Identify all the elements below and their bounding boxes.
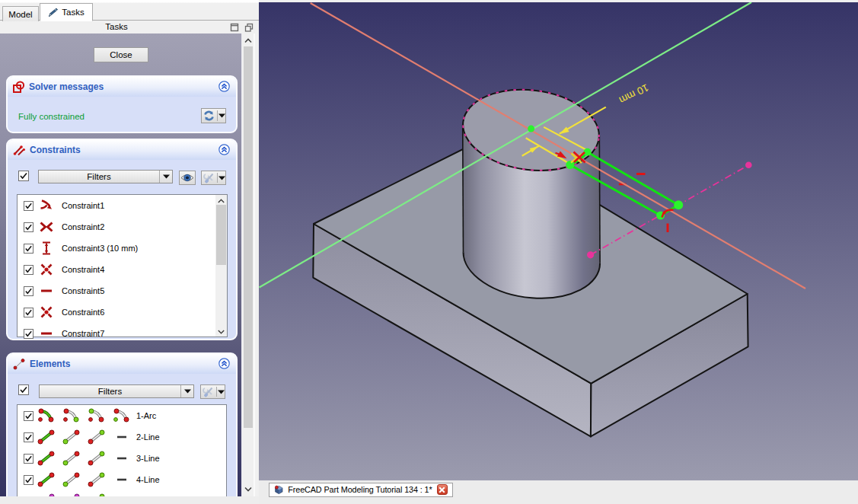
row-checkbox[interactable] [24,411,33,421]
row-checkbox[interactable] [24,308,33,317]
scroll-up-icon[interactable] [215,196,227,205]
checkmark-icon [24,476,33,484]
row-checkbox[interactable] [24,454,33,464]
pencil-icon [48,8,58,18]
row-checkbox[interactable] [24,201,33,211]
dock-window-icon[interactable] [230,23,239,32]
3d-viewport[interactable]: 10 mm [259,2,858,480]
checkmark-icon [24,330,33,338]
row-checkbox[interactable] [24,265,33,275]
line-endpoint-icon [87,471,107,488]
element-row[interactable]: 4-Line [18,469,226,490]
line-edge-icon [37,471,56,488]
freecad-document-icon [274,484,284,496]
scrollbar-thumb[interactable] [244,46,253,428]
element-row[interactable]: 1-Arc [18,405,226,426]
checkmark-icon [19,385,28,394]
float-window-icon[interactable] [244,23,254,32]
show-constraints-button[interactable] [179,171,196,185]
checkmark-icon [24,223,33,231]
line-startpoint-icon [62,471,81,488]
constraint-row[interactable]: Constraint1 [18,195,227,216]
scroll-up-icon[interactable] [242,36,254,45]
row-checkbox[interactable] [24,286,33,296]
constraint-row[interactable]: Constraint5 [18,280,227,301]
constraints-filter-combo[interactable]: Filters [38,170,173,183]
constraints-header[interactable]: Constraints [8,140,236,160]
line-edge-icon [37,450,56,467]
solver-messages-header[interactable]: Solver messages [8,77,236,97]
document-tab[interactable]: FreeCAD Part Modeling Tutorial 134 : 1* [269,483,453,498]
constraints-master-checkbox[interactable] [18,171,29,181]
elements-settings-button[interactable] [200,384,225,399]
constraint-label: Constraint6 [62,308,104,317]
sketch-vertex[interactable] [674,200,683,209]
solver-messages-title: Solver messages [29,81,104,92]
row-checkbox[interactable] [24,432,33,442]
element-row[interactable]: 5-Line [18,490,226,496]
elements-icon [12,358,26,371]
row-checkbox[interactable] [24,329,33,339]
task-panel: Close Solver messages Fully constrained [0,33,242,496]
settings-tools-icon [203,172,215,183]
elements-header[interactable]: Elements [8,354,236,374]
no-center-dash-icon [112,450,132,467]
mdi-tab-bar: FreeCAD Part Modeling Tutorial 134 : 1* [259,480,858,504]
tab-close-button[interactable] [437,484,448,495]
dock-tab-bar: Model Tasks [0,0,259,21]
close-icon [439,486,445,493]
checkmark-icon [19,171,28,180]
tab-model[interactable]: Model [2,6,39,21]
tasks-dock: Model Tasks Tasks Close [0,0,259,504]
checkmark-icon [24,202,33,210]
refresh-button[interactable] [201,108,226,123]
refresh-icon [203,110,215,122]
constraints-settings-button[interactable] [201,171,226,185]
dropdown-arrow-icon[interactable] [218,176,225,180]
solver-icon [12,81,25,94]
close-button[interactable]: Close [94,47,148,62]
dropdown-arrow-icon[interactable] [217,390,225,394]
construction-endpoint[interactable] [745,162,752,169]
constraint-row[interactable]: Constraint3 (10 mm) [18,238,227,259]
vertical-distance-constraint-icon [39,241,54,256]
element-row[interactable]: 3-Line [18,448,226,469]
task-panel-scrollbar[interactable] [242,33,255,496]
collapse-chevron-icon[interactable] [218,358,230,369]
constraint-label: Constraint3 (10 mm) [62,244,138,253]
arc-endpoint-icon [62,407,81,424]
tab-tasks[interactable]: Tasks [40,3,93,21]
element-label: 1-Arc [136,411,156,420]
construction-endpoint[interactable] [587,251,594,258]
sketch-center-point[interactable] [528,126,534,132]
element-row[interactable]: 2-Line [18,426,226,448]
scrollbar-thumb[interactable] [216,205,226,265]
constraint-row[interactable]: Constraint2 [18,216,227,238]
constraint-row[interactable]: Constraint7 [18,323,227,340]
scroll-down-icon[interactable] [242,484,254,493]
row-checkbox[interactable] [24,475,33,485]
element-label: 2-Line [136,432,160,442]
collapse-chevron-icon[interactable] [218,144,230,155]
tangent-constraint-icon [39,198,54,213]
constraint-row[interactable]: Constraint6 [18,301,227,323]
checkmark-icon [24,412,33,420]
element-label: 3-Line [136,454,160,463]
arc-center-icon [112,407,132,424]
combo-dropdown-icon [159,171,172,183]
row-checkbox[interactable] [24,222,33,232]
scroll-down-icon[interactable] [215,327,227,336]
sketch-vertex[interactable] [584,148,592,156]
elements-title: Elements [30,359,70,369]
collapse-chevron-icon[interactable] [218,81,230,92]
elements-master-checkbox[interactable] [18,384,29,395]
tab-model-label: Model [8,10,32,19]
cylinder[interactable] [458,82,604,298]
constraint-row[interactable]: Constraint4 [18,259,227,280]
constraint-label: Constraint5 [62,286,104,295]
dropdown-arrow-icon[interactable] [218,113,225,118]
elements-list: 1-Arc [17,404,227,496]
row-checkbox[interactable] [24,244,33,254]
elements-filter-combo[interactable]: Filters [39,384,194,398]
constraints-list-scrollbar[interactable] [215,195,227,337]
